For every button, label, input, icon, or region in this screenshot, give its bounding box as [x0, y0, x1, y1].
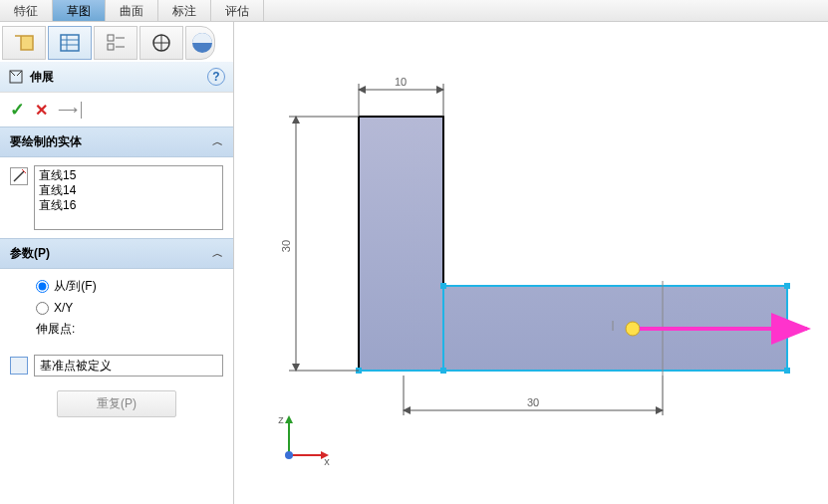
pin-icon[interactable]: ⟶│ [58, 102, 87, 118]
point-selector-icon[interactable] [10, 357, 28, 375]
extend-point-row [10, 355, 223, 377]
svg-rect-7 [61, 35, 79, 51]
tab-feature[interactable]: 特征 [0, 0, 53, 21]
dim-bottom: 30 [527, 396, 539, 408]
svg-rect-26 [440, 368, 446, 374]
tab-surface[interactable]: 曲面 [106, 0, 158, 21]
collapse-entities-icon[interactable]: ︿ [212, 134, 223, 149]
feature-tree-tab[interactable] [2, 26, 46, 60]
top-tab-bar: 特征 草图 曲面 标注 评估 [0, 0, 828, 22]
entities-selector: 直线15 直线14 直线16 [10, 165, 223, 230]
help-icon[interactable]: ? [207, 68, 225, 86]
property-manager: 伸展 ? ✓ ✕ ⟶│ 要绘制的实体 ︿ 直线15 直线14 直线16 参数(P… [0, 22, 234, 504]
extend-point-label: 伸展点: [12, 318, 221, 341]
svg-rect-24 [784, 283, 790, 289]
config-tab[interactable] [94, 26, 138, 60]
svg-rect-11 [108, 35, 114, 41]
svg-rect-23 [440, 283, 446, 289]
render-tab[interactable] [185, 26, 215, 60]
svg-rect-12 [108, 44, 114, 50]
entities-title: 要绘制的实体 [10, 133, 82, 150]
entity-filter-icon[interactable] [10, 167, 28, 185]
feature-title: 伸展 [30, 69, 207, 86]
manager-tabs [0, 22, 233, 62]
ok-button[interactable]: ✓ [10, 99, 25, 121]
svg-rect-25 [784, 368, 790, 374]
params-title: 参数(P) [10, 245, 50, 262]
params-body: 从/到(F) X/Y 伸展点: [0, 269, 233, 351]
action-row: ✓ ✕ ⟶│ [0, 93, 233, 126]
params-section-header[interactable]: 参数(P) ︿ [0, 238, 233, 269]
property-tab[interactable] [48, 26, 92, 60]
entities-section-header[interactable]: 要绘制的实体 ︿ [0, 126, 233, 157]
collapse-params-icon[interactable]: ︿ [212, 246, 223, 261]
sketch-viewport[interactable]: 10 30 30 [234, 22, 828, 504]
dim-left: 30 [280, 240, 292, 252]
dim-top: 10 [395, 76, 407, 88]
radio-xy-input[interactable] [36, 302, 49, 315]
dimxpert-tab[interactable] [139, 26, 183, 60]
svg-point-30 [626, 322, 640, 336]
radio-from-to-label: 从/到(F) [54, 278, 97, 295]
list-item[interactable]: 直线14 [39, 183, 218, 198]
radio-xy-label: X/Y [54, 301, 73, 315]
radio-from-to[interactable]: 从/到(F) [12, 275, 221, 298]
cancel-button[interactable]: ✕ [35, 101, 48, 120]
tab-sketch[interactable]: 草图 [53, 0, 106, 21]
entity-list[interactable]: 直线15 直线14 直线16 [34, 165, 223, 230]
graphics-area[interactable]: 10 30 30 [234, 22, 828, 504]
repeat-button: 重复(P) [57, 390, 176, 417]
extend-feature-icon [8, 69, 24, 85]
tab-annotate[interactable]: 标注 [158, 0, 211, 21]
list-item[interactable]: 直线16 [39, 198, 218, 213]
radio-from-to-input[interactable] [36, 280, 49, 293]
radio-xy[interactable]: X/Y [12, 298, 221, 318]
tab-evaluate[interactable]: 评估 [211, 0, 264, 21]
list-item[interactable]: 直线15 [39, 168, 218, 183]
feature-header: 伸展 ? [0, 62, 233, 93]
extend-point-field[interactable] [34, 355, 223, 377]
